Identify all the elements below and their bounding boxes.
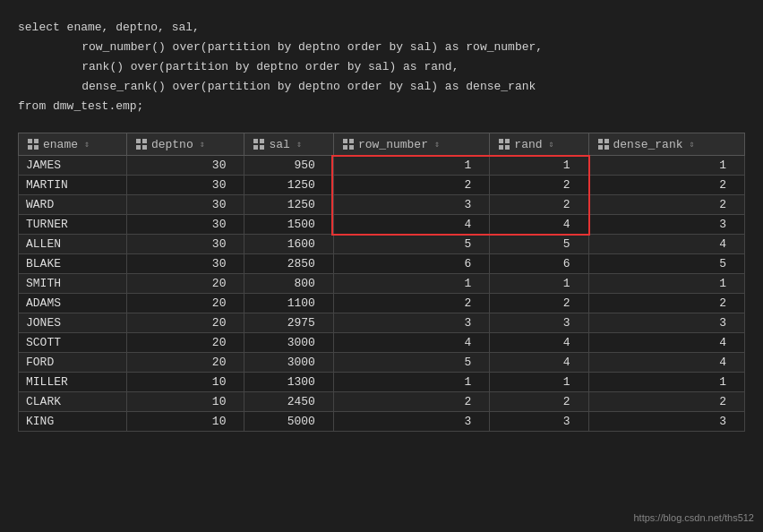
cell-sal: 950 xyxy=(244,156,333,176)
cell-deptno: 20 xyxy=(126,353,244,373)
grid-icon-ename xyxy=(26,137,40,151)
url-badge: https://blog.csdn.net/ths512 xyxy=(633,512,754,523)
cell-rand: 6 xyxy=(490,254,588,274)
table-row: CLARK102450222 xyxy=(19,392,745,412)
cell-row_number: 4 xyxy=(333,215,489,235)
cell-rand: 3 xyxy=(490,412,588,432)
cell-dense_rank: 2 xyxy=(588,392,744,412)
cell-row_number: 2 xyxy=(333,294,489,313)
table-row: KING105000333 xyxy=(19,412,745,432)
cell-sal: 5000 xyxy=(244,412,333,432)
cell-deptno: 30 xyxy=(126,176,244,195)
table-body: JAMES30950111MARTIN301250222WARD30125032… xyxy=(19,156,745,432)
cell-deptno: 20 xyxy=(126,313,244,333)
result-table: ename ⇕ dept xyxy=(18,133,745,432)
cell-rand: 1 xyxy=(490,274,588,294)
cell-deptno: 30 xyxy=(126,254,244,274)
svg-rect-21 xyxy=(604,139,609,143)
sort-icon-deptno: ⇕ xyxy=(200,139,205,150)
cell-row_number: 3 xyxy=(333,412,489,432)
svg-rect-0 xyxy=(28,139,32,143)
svg-rect-1 xyxy=(34,139,39,143)
cell-dense_rank: 1 xyxy=(588,274,744,294)
col-header-sal[interactable]: sal ⇕ xyxy=(244,133,333,156)
svg-rect-20 xyxy=(598,139,603,143)
svg-rect-22 xyxy=(598,145,603,150)
svg-rect-12 xyxy=(343,139,347,143)
cell-deptno: 30 xyxy=(126,215,244,235)
cell-dense_rank: 3 xyxy=(588,215,744,235)
cell-rand: 2 xyxy=(490,176,588,195)
svg-rect-23 xyxy=(604,145,609,150)
col-header-ename[interactable]: ename ⇕ xyxy=(19,133,127,156)
table-row: ALLEN301600554 xyxy=(19,235,745,254)
col-header-dense-rank[interactable]: dense_rank ⇕ xyxy=(588,133,744,156)
table-row: SMITH20800111 xyxy=(19,274,745,294)
cell-row_number: 5 xyxy=(333,235,489,254)
cell-rand: 3 xyxy=(490,313,588,333)
cell-row_number: 6 xyxy=(333,254,489,274)
cell-row_number: 5 xyxy=(333,353,489,373)
header-row: ename ⇕ dept xyxy=(19,133,745,156)
cell-row_number: 3 xyxy=(333,195,489,215)
cell-ename: FORD xyxy=(19,353,127,373)
svg-rect-16 xyxy=(499,139,503,143)
cell-dense_rank: 1 xyxy=(588,156,744,176)
svg-rect-6 xyxy=(136,145,141,150)
svg-rect-3 xyxy=(34,145,39,150)
cell-row_number: 3 xyxy=(333,313,489,333)
svg-rect-17 xyxy=(505,139,510,143)
grid-icon-deptno xyxy=(134,137,149,151)
cell-ename: MARTIN xyxy=(19,176,127,195)
col-header-rand[interactable]: rand ⇕ xyxy=(490,133,588,156)
table-row: SCOTT203000444 xyxy=(19,333,745,353)
result-table-wrapper: ename ⇕ dept xyxy=(18,133,745,432)
sort-icon-sal: ⇕ xyxy=(296,139,302,150)
grid-icon-rand xyxy=(497,137,511,151)
code-line-2: row_number() over(partition by deptno or… xyxy=(18,38,745,57)
cell-dense_rank: 2 xyxy=(588,294,744,313)
col-header-deptno[interactable]: deptno ⇕ xyxy=(126,133,244,156)
cell-ename: JAMES xyxy=(19,156,127,176)
cell-sal: 1100 xyxy=(244,294,333,313)
cell-deptno: 10 xyxy=(126,373,244,392)
code-line-4: dense_rank() over(partition by deptno or… xyxy=(18,77,745,97)
cell-row_number: 4 xyxy=(333,333,489,353)
svg-rect-2 xyxy=(28,145,32,150)
col-label-row-number: row_number xyxy=(358,138,428,151)
cell-dense_rank: 4 xyxy=(588,353,744,373)
col-label-deptno: deptno xyxy=(151,138,193,151)
cell-dense_rank: 1 xyxy=(588,373,744,392)
cell-row_number: 1 xyxy=(333,274,489,294)
cell-dense_rank: 3 xyxy=(588,412,744,432)
cell-rand: 2 xyxy=(490,195,588,215)
col-label-dense-rank: dense_rank xyxy=(613,138,683,151)
cell-sal: 1250 xyxy=(244,176,333,195)
grid-icon-dense-rank xyxy=(596,137,611,151)
col-header-row-number[interactable]: row_number ⇕ xyxy=(333,133,489,156)
cell-dense_rank: 2 xyxy=(588,176,744,195)
svg-rect-13 xyxy=(349,139,354,143)
cell-rand: 2 xyxy=(490,392,588,412)
cell-ename: WARD xyxy=(19,195,127,215)
cell-deptno: 20 xyxy=(126,333,244,353)
cell-row_number: 2 xyxy=(333,392,489,412)
cell-sal: 800 xyxy=(244,274,333,294)
cell-dense_rank: 4 xyxy=(588,235,744,254)
cell-ename: SMITH xyxy=(19,274,127,294)
svg-rect-8 xyxy=(253,139,258,143)
cell-rand: 1 xyxy=(490,156,588,176)
cell-rand: 4 xyxy=(490,353,588,373)
cell-deptno: 30 xyxy=(126,235,244,254)
cell-sal: 1250 xyxy=(244,195,333,215)
table-row: MARTIN301250222 xyxy=(19,176,745,195)
svg-rect-10 xyxy=(253,145,258,150)
svg-rect-11 xyxy=(260,145,264,150)
cell-ename: TURNER xyxy=(19,215,127,235)
svg-rect-9 xyxy=(260,139,264,143)
cell-deptno: 10 xyxy=(126,392,244,412)
cell-sal: 2975 xyxy=(244,313,333,333)
table-header: ename ⇕ dept xyxy=(19,133,745,156)
code-line-3: rank() over(partition by deptno order by… xyxy=(18,57,745,77)
cell-dense_rank: 2 xyxy=(588,195,744,215)
